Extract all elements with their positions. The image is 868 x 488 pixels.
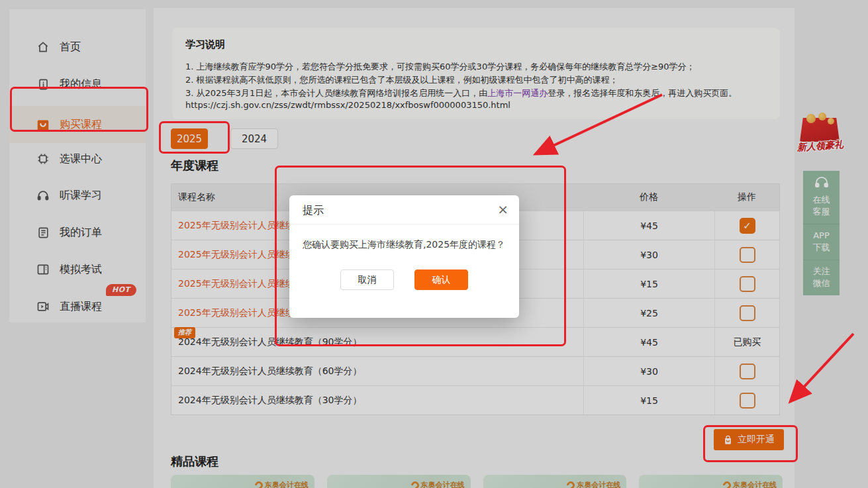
dialog-title: 提示 — [303, 204, 324, 218]
close-icon[interactable]: × — [497, 202, 508, 217]
dialog-header: 提示 × — [289, 195, 519, 224]
cancel-button[interactable]: 取消 — [340, 269, 394, 290]
dialog-message: 您确认要购买上海市继续教育,2025年度的课程？ — [303, 239, 506, 251]
confirm-purchase-dialog: 提示 × 您确认要购买上海市继续教育,2025年度的课程？ 取消 确认 — [289, 195, 519, 318]
confirm-button[interactable]: 确认 — [414, 269, 468, 290]
